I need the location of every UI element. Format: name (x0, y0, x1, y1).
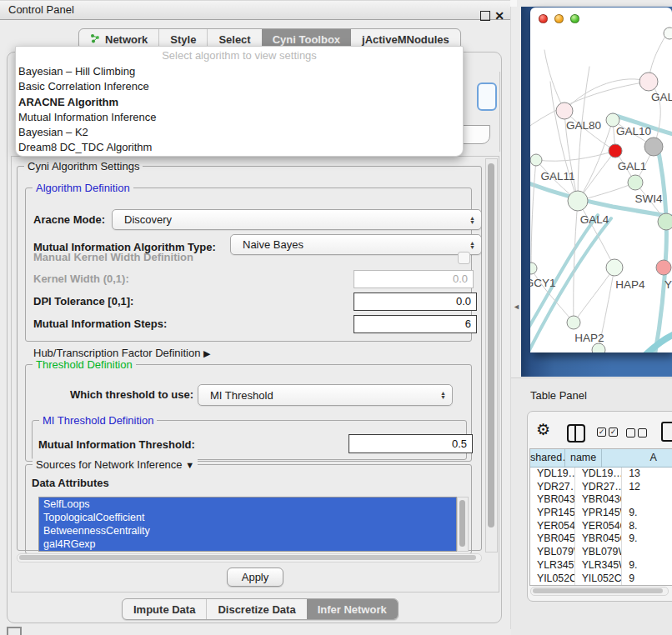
tab-label: jActiveMNodules (362, 33, 449, 46)
screen: Control Panel ✕ Network Style Select Cyn… (0, 0, 672, 635)
select-all-check-icon[interactable]: ✓ (609, 428, 618, 437)
table-cell: YBL079W (530, 546, 575, 559)
focused-combo-fragment[interactable] (477, 82, 497, 111)
scrollbar-thumb[interactable] (459, 500, 465, 547)
gear-icon[interactable]: ⚙ (536, 420, 550, 439)
mini-panel-icon (7, 627, 22, 635)
table-cell: 9. (622, 559, 672, 572)
table-cell: YPR145W (575, 507, 623, 520)
algorithm-option[interactable]: Bayesian – Hill Climbing (18, 64, 460, 79)
table-cell: 9 (622, 572, 672, 586)
network-edge (544, 50, 564, 111)
table-row[interactable]: YER054CYER054C8. (530, 520, 672, 533)
network-node[interactable] (556, 102, 573, 119)
network-node[interactable] (568, 191, 588, 211)
which-threshold-select[interactable]: MI Threshold ▲▼ (198, 384, 453, 406)
node-table: shared… name A YDL19…YDL19…13YDR27…YDR27… (529, 448, 672, 586)
attribute-list-item[interactable]: SelfLoops (39, 498, 456, 511)
attribute-list-scrollbar[interactable] (457, 497, 469, 552)
scrollbar-thumb[interactable] (533, 588, 663, 593)
scrollbar-thumb[interactable] (19, 555, 476, 560)
attribute-list[interactable]: SelfLoopsTopologicalCoefficientBetweenne… (38, 497, 457, 552)
algorithm-option[interactable]: Mutual Information Inference (18, 110, 460, 125)
network-edge (531, 160, 536, 268)
column-layout-icon[interactable] (567, 424, 585, 442)
column-header-name[interactable]: name (565, 449, 602, 467)
network-node[interactable] (567, 316, 580, 329)
network-node[interactable] (656, 260, 671, 275)
tab-label: Cyni Toolbox (273, 33, 340, 46)
network-node[interactable] (592, 343, 605, 352)
divider-collapse-icon[interactable]: ◄ (513, 302, 520, 311)
dpi-tolerance-field[interactable]: 0.0 (354, 292, 477, 311)
hub-definition-label[interactable]: Hub/Transcription Factor Definition ▶ (33, 347, 210, 359)
deselect-all-icon[interactable] (626, 428, 635, 438)
apply-button[interactable]: Apply (227, 568, 283, 587)
algorithm-option[interactable]: ARACNE Algorithm (18, 95, 460, 110)
table-row[interactable]: YIL052CYIL052C9 (530, 572, 672, 586)
select-all-check-icon[interactable]: ✓ (597, 428, 606, 437)
network-node[interactable] (664, 28, 672, 39)
algorithm-option[interactable]: Dream8 DC_TDC Algorithm (18, 140, 460, 155)
table-cell: 8. (622, 520, 672, 533)
manual-kernel-checkbox[interactable] (458, 252, 470, 264)
table-row[interactable]: YBR045CYBR045C9. (530, 532, 672, 546)
table-row[interactable]: YLR345WYLR345W9. (530, 559, 672, 572)
network-edge (578, 67, 589, 201)
mi-steps-label: Mutual Information Steps: (33, 318, 167, 330)
table-row[interactable]: YDR27…YDR27…12 (530, 481, 672, 494)
node-label: HAP4 (615, 278, 645, 291)
network-node[interactable] (530, 262, 537, 274)
tab-label: Style (170, 33, 196, 46)
tab-impute-data[interactable]: Impute Data (123, 599, 206, 619)
table-cell: YLR345W (530, 559, 575, 572)
expand-right-icon[interactable]: ▶ (203, 348, 210, 358)
network-node[interactable] (628, 175, 643, 190)
table-cell: YLR345W (575, 559, 623, 572)
kernel-width-field[interactable]: 0.0 (354, 270, 474, 288)
float-window-icon[interactable] (480, 11, 490, 21)
hub-definition-text: Hub/Transcription Factor Definition (33, 347, 200, 359)
network-tab-icon (90, 33, 100, 46)
tab-discretize-data[interactable]: Discretize Data (206, 599, 306, 619)
table-cell: YBR045C (575, 532, 623, 546)
algorithm-option[interactable]: Bayesian – K2 (18, 125, 460, 140)
aracne-mode-select[interactable]: Discovery ▲▼ (112, 209, 482, 230)
mi-threshold-field[interactable]: 0.5 (349, 434, 473, 453)
table-cell (622, 546, 672, 559)
table-cell: 12 (622, 481, 672, 494)
network-node[interactable] (606, 259, 623, 276)
export-table-icon[interactable] (661, 422, 672, 442)
settings-horizontal-scrollbar[interactable] (17, 553, 482, 562)
settings-vertical-scrollbar[interactable] (485, 158, 498, 552)
attribute-list-item[interactable]: BetweennessCentrality (39, 524, 456, 538)
mi-threshold-label: Mutual Information Threshold: (38, 438, 195, 451)
scrollbar-thumb[interactable] (488, 163, 494, 528)
table-row[interactable]: YBL079WYBL079W (530, 546, 672, 559)
table-row[interactable]: YBR043CYBR043C (530, 493, 672, 507)
tab-infer-network[interactable]: Infer Network (307, 599, 398, 619)
table-cell: YDR27… (575, 481, 623, 494)
table-cell: YBL079W (575, 546, 623, 559)
mi-steps-field[interactable]: 6 (354, 315, 477, 333)
network-canvas[interactable]: GALGAL80GAL10GAL1GAL11SWI4GAL4GCY1HAP4YH… (530, 8, 672, 352)
column-header-shared-name[interactable]: shared… (530, 449, 565, 467)
algorithm-popup-list: Bayesian – Hill ClimbingBasic Correlatio… (18, 64, 460, 156)
table-row[interactable]: YDL19…YDL19…13 (530, 468, 672, 481)
deselect-all-icon[interactable] (638, 428, 647, 438)
table-horizontal-scrollbar[interactable] (530, 587, 669, 596)
network-node[interactable] (644, 138, 663, 156)
attribute-list-item[interactable]: TopologicalCoefficient (39, 511, 456, 524)
close-icon[interactable]: ✕ (494, 7, 505, 23)
collapse-down-icon[interactable]: ▼ (185, 460, 194, 470)
network-node[interactable] (658, 213, 672, 230)
network-node[interactable] (639, 72, 658, 91)
column-header-partial[interactable]: A (602, 449, 672, 467)
mi-algorithm-type-select[interactable]: Naive Bayes ▲▼ (230, 234, 482, 255)
table-row[interactable]: YPR145WYPR145W9. (530, 507, 672, 520)
network-node[interactable] (609, 144, 622, 158)
network-node[interactable] (530, 154, 542, 166)
algorithm-option[interactable]: Basic Correlation Inference (18, 79, 460, 94)
attribute-list-item[interactable]: gal4RGexp (39, 538, 456, 551)
table-cell: YBR045C (530, 532, 575, 546)
